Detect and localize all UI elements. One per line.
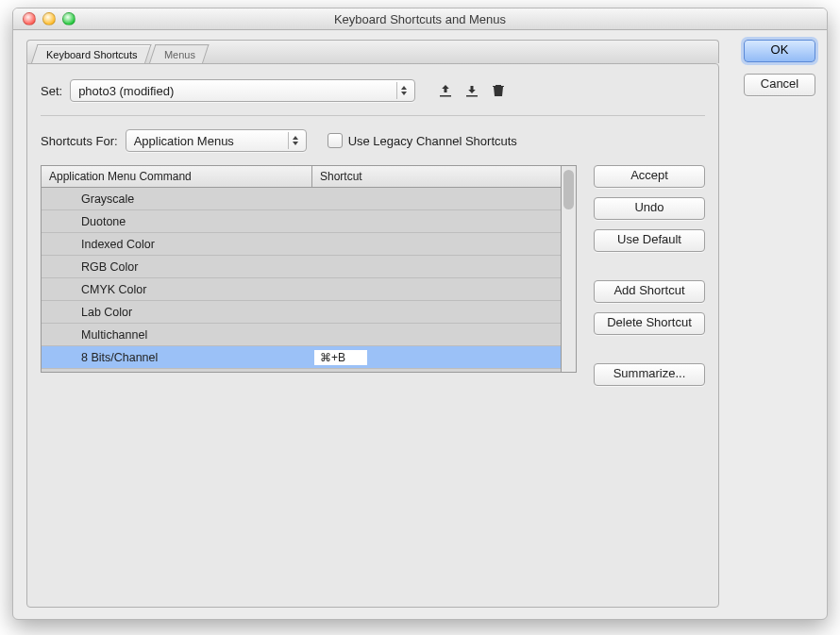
shortcuts-for-label: Shortcuts For: bbox=[41, 134, 118, 148]
shortcut-input[interactable]: ⌘+B bbox=[314, 350, 367, 365]
table-header: Application Menu Command Shortcut bbox=[42, 166, 561, 188]
shortcut-cell bbox=[312, 218, 561, 226]
add-shortcut-button[interactable]: Add Shortcut bbox=[594, 280, 705, 303]
table-row[interactable]: Grayscale bbox=[42, 188, 561, 210]
cancel-button[interactable]: Cancel bbox=[744, 74, 815, 96]
scroll-thumb[interactable] bbox=[563, 170, 574, 209]
command-cell: CMYK Color bbox=[42, 279, 312, 300]
titlebar: Keyboard Shortcuts and Menus bbox=[13, 8, 827, 30]
command-cell: 16 Bits/Channel bbox=[42, 370, 312, 373]
stepper-icon bbox=[288, 132, 302, 149]
table-row[interactable]: 16 Bits/Channel bbox=[42, 369, 561, 372]
header-shortcut[interactable]: Shortcut bbox=[312, 166, 561, 187]
command-cell: Duotone bbox=[42, 211, 312, 232]
set-combo[interactable]: photo3 (modified) bbox=[70, 79, 415, 102]
shortcut-cell bbox=[312, 309, 561, 316]
set-value: photo3 (modified) bbox=[78, 84, 174, 98]
side-buttons: Accept Undo Use Default Add Shortcut Del… bbox=[594, 165, 705, 386]
checkbox-box bbox=[328, 133, 343, 148]
divider bbox=[41, 115, 705, 116]
panel: Set: photo3 (modified) bbox=[26, 63, 719, 608]
traffic-lights bbox=[23, 12, 76, 25]
shortcut-cell bbox=[312, 331, 561, 339]
command-cell: Lab Color bbox=[42, 302, 312, 323]
window-title: Keyboard Shortcuts and Menus bbox=[334, 12, 506, 26]
accept-button[interactable]: Accept bbox=[594, 165, 705, 188]
save-set-icon[interactable] bbox=[436, 81, 455, 100]
legacy-label: Use Legacy Channel Shortcuts bbox=[348, 134, 517, 148]
legacy-checkbox[interactable]: Use Legacy Channel Shortcuts bbox=[328, 133, 517, 148]
tab-label: Keyboard Shortcuts bbox=[46, 49, 138, 60]
zoom-icon[interactable] bbox=[62, 12, 76, 25]
shortcuts-for-value: Application Menus bbox=[134, 134, 234, 148]
command-cell: Multichannel bbox=[42, 325, 312, 345]
command-cell: RGB Color bbox=[42, 257, 312, 277]
table-row[interactable]: Indexed Color bbox=[42, 233, 561, 256]
shortcuts-for-combo[interactable]: Application Menus bbox=[126, 129, 307, 152]
table-row[interactable]: Multichannel bbox=[42, 324, 561, 346]
undo-button[interactable]: Undo bbox=[594, 197, 705, 220]
table-body: GrayscaleDuotoneIndexed ColorRGB ColorCM… bbox=[42, 188, 561, 372]
tab-keyboard-shortcuts[interactable]: Keyboard Shortcuts bbox=[31, 44, 151, 63]
command-cell: 8 Bits/Channel bbox=[42, 347, 312, 368]
shortcuts-table: Application Menu Command Shortcut Graysc… bbox=[41, 165, 562, 373]
shortcut-cell: ⌘+B bbox=[312, 346, 561, 369]
table-row[interactable]: CMYK Color bbox=[42, 278, 561, 301]
close-icon[interactable] bbox=[23, 12, 36, 25]
dialog-buttons: OK Cancel bbox=[732, 30, 827, 620]
dialog-window: Keyboard Shortcuts and Menus Keyboard Sh… bbox=[12, 8, 828, 620]
command-cell: Grayscale bbox=[42, 189, 312, 209]
tab-label: Menus bbox=[164, 49, 195, 60]
new-set-icon[interactable] bbox=[462, 81, 481, 100]
trash-icon[interactable] bbox=[489, 81, 508, 100]
table-row[interactable]: Duotone bbox=[42, 210, 561, 233]
table-row[interactable]: RGB Color bbox=[42, 256, 561, 278]
shortcut-cell bbox=[312, 263, 561, 271]
minimize-icon[interactable] bbox=[42, 12, 56, 25]
shortcut-cell bbox=[312, 195, 561, 203]
stepper-icon bbox=[396, 82, 411, 99]
shortcut-cell bbox=[312, 241, 561, 248]
shortcut-cell bbox=[312, 286, 561, 293]
command-cell: Indexed Color bbox=[42, 234, 312, 255]
set-label: Set: bbox=[41, 84, 62, 98]
ok-button[interactable]: OK bbox=[744, 40, 815, 62]
delete-shortcut-button[interactable]: Delete Shortcut bbox=[594, 312, 705, 335]
table-row[interactable]: Lab Color bbox=[42, 301, 561, 324]
table-row[interactable]: 8 Bits/Channel⌘+B bbox=[42, 346, 561, 369]
tabstrip: Keyboard Shortcuts Menus bbox=[26, 40, 719, 63]
use-default-button[interactable]: Use Default bbox=[594, 229, 705, 252]
header-command[interactable]: Application Menu Command bbox=[42, 166, 312, 187]
scrollbar[interactable] bbox=[562, 165, 577, 373]
summarize-button[interactable]: Summarize... bbox=[594, 363, 705, 386]
tab-menus[interactable]: Menus bbox=[149, 44, 210, 63]
